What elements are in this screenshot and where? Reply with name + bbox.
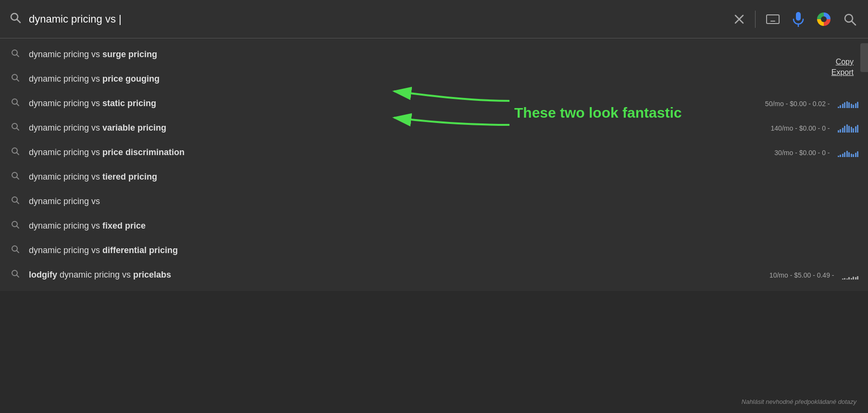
suggestion-text: dynamic pricing vs tiered pricing [29, 172, 858, 182]
bar [842, 279, 843, 279]
suggestion-row[interactable]: dynamic pricing vs price discrimination3… [0, 140, 868, 165]
suggestion-search-icon [10, 269, 21, 280]
bar [846, 279, 848, 279]
suggestion-row[interactable]: dynamic pricing vs fixed price [0, 214, 868, 238]
suggestion-meta: 10/mo - $5.00 - 0.49 - [769, 271, 834, 279]
bar [842, 128, 843, 133]
suggestion-search-icon [10, 147, 21, 158]
tab-edge [860, 43, 868, 72]
bar [846, 151, 848, 157]
svg-line-25 [17, 251, 19, 253]
suggestion-text: dynamic pricing vs differential pricing [29, 245, 858, 255]
bar [855, 126, 856, 133]
suggestion-meta: 30/mo - $0.00 - 0 - [774, 149, 830, 157]
bar [838, 130, 839, 132]
suggestion-row[interactable]: lodgify dynamic pricing vs pricelabs10/m… [0, 263, 868, 287]
bar-chart [838, 148, 859, 157]
svg-rect-4 [796, 12, 801, 21]
bar [851, 127, 852, 132]
svg-line-1 [17, 19, 21, 23]
suggestion-text: dynamic pricing vs fixed price [29, 221, 858, 231]
suggestion-search-icon [10, 49, 21, 60]
bar [851, 278, 852, 279]
suggestion-text: dynamic pricing vs static pricing [29, 98, 757, 109]
svg-line-9 [17, 55, 19, 57]
bar [838, 156, 839, 157]
bar [842, 104, 843, 108]
bar [844, 126, 845, 133]
bar [840, 129, 841, 133]
search-submit-button[interactable] [841, 11, 858, 28]
bar [855, 153, 856, 157]
microphone-button[interactable] [790, 10, 806, 29]
lens-button[interactable] [815, 11, 832, 28]
keyboard-icon [766, 14, 780, 24]
svg-line-21 [17, 202, 19, 204]
bar-chart [838, 99, 859, 108]
search-input[interactable] [29, 13, 724, 25]
copy-export-panel: Copy Export [831, 58, 854, 77]
suggestion-text: dynamic pricing vs price discrimination [29, 147, 767, 158]
svg-line-19 [17, 177, 19, 180]
bar [848, 152, 850, 157]
bar [840, 105, 841, 108]
bar-chart [838, 124, 859, 133]
suggestion-text: dynamic pricing vs price gouging [29, 74, 858, 84]
bar-chart [842, 271, 859, 279]
bar [846, 124, 848, 133]
suggestion-search-icon [10, 220, 21, 231]
suggestion-row[interactable]: dynamic pricing vs variable pricing140/m… [0, 116, 868, 140]
bar [853, 277, 854, 279]
suggestions-list: dynamic pricing vs surge pricingdynamic … [0, 38, 868, 291]
bar [844, 278, 845, 279]
bar [842, 154, 843, 157]
suggestion-search-icon [10, 245, 21, 256]
bar [844, 152, 845, 157]
svg-line-27 [17, 275, 19, 278]
bar [857, 151, 858, 157]
suggestion-text: dynamic pricing vs surge pricing [29, 49, 858, 60]
bar [853, 105, 854, 108]
suggestion-meta: 140/mo - $0.00 - 0 - [771, 124, 830, 132]
suggestion-row[interactable]: dynamic pricing vs static pricing50/mo -… [0, 91, 868, 116]
suggestion-meta: 50/mo - $0.00 - 0.02 - [765, 100, 830, 108]
suggestion-row[interactable]: dynamic pricing vs surge pricing [0, 42, 868, 67]
bar [846, 101, 848, 108]
suggestion-search-icon [10, 196, 21, 207]
suggestion-search-icon [10, 171, 21, 182]
search-bar [0, 0, 868, 38]
bar [857, 125, 858, 132]
bar [851, 104, 852, 108]
divider [755, 11, 756, 28]
svg-line-17 [17, 153, 19, 155]
suggestion-search-icon [10, 73, 21, 85]
bar [848, 102, 850, 108]
bar [851, 154, 852, 157]
svg-line-15 [17, 128, 19, 131]
copy-button[interactable]: Copy [831, 58, 854, 66]
svg-line-11 [17, 79, 19, 82]
svg-line-23 [17, 226, 19, 229]
suggestion-row[interactable]: dynamic pricing vs [0, 189, 868, 214]
suggestion-search-icon [10, 98, 21, 109]
suggestion-row[interactable]: dynamic pricing vs tiered pricing [0, 165, 868, 189]
clear-button[interactable] [732, 12, 746, 26]
bar [848, 277, 850, 279]
search-actions [732, 10, 858, 29]
bar [857, 276, 858, 279]
search-icon-main [10, 12, 21, 26]
bar [844, 102, 845, 108]
bar [855, 103, 856, 108]
footer-text: Nahlásit nevhodné předpokládané dotazy [742, 398, 856, 405]
suggestion-row[interactable]: dynamic pricing vs price gouging [0, 67, 868, 91]
keyboard-button[interactable] [764, 12, 781, 26]
suggestion-text: lodgify dynamic pricing vs pricelabs [29, 270, 762, 280]
bar [840, 155, 841, 157]
export-button[interactable]: Export [831, 68, 854, 77]
svg-line-13 [17, 104, 19, 106]
suggestion-row[interactable]: dynamic pricing vs differential pricing [0, 238, 868, 263]
lens-icon [817, 12, 831, 26]
bar [853, 154, 854, 157]
svg-line-7 [852, 21, 856, 25]
bar [838, 107, 839, 108]
